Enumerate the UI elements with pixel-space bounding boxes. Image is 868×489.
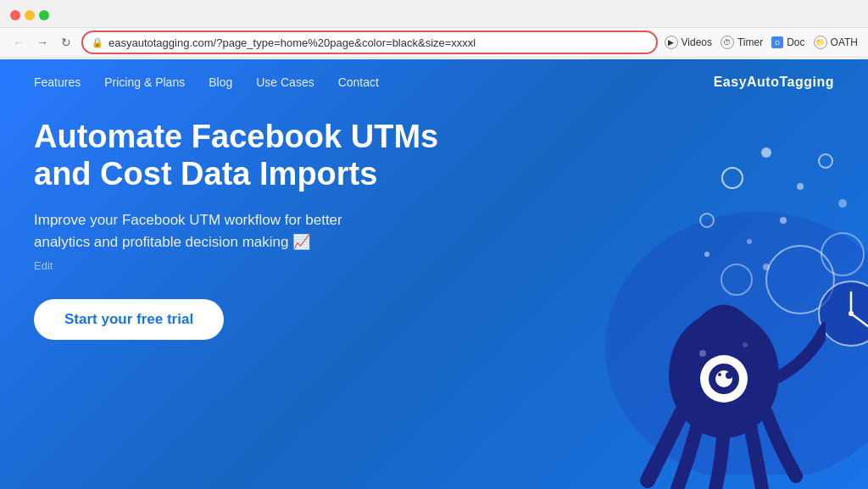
svg-point-19	[700, 355, 748, 403]
svg-point-18	[669, 311, 779, 438]
timer-label: Timer	[737, 36, 763, 48]
svg-point-23	[718, 373, 721, 376]
svg-point-3	[797, 183, 804, 190]
oath-label: OATH	[831, 36, 858, 48]
doc-icon: D	[771, 36, 783, 48]
svg-point-22	[726, 372, 732, 379]
svg-point-21	[715, 370, 732, 387]
forward-button[interactable]: →	[34, 34, 51, 51]
svg-point-15	[849, 311, 854, 316]
nav-features[interactable]: Features	[34, 75, 81, 89]
nav-blog[interactable]: Blog	[209, 75, 232, 89]
svg-point-25	[743, 342, 748, 347]
reload-button[interactable]: ↻	[58, 34, 75, 51]
site-nav: Features Pricing & Plans Blog Use Cases …	[0, 59, 868, 102]
title-bar	[0, 0, 868, 27]
back-button[interactable]: ←	[10, 34, 27, 51]
svg-line-14	[851, 314, 868, 326]
folder-icon: 📁	[814, 36, 827, 49]
maximize-button[interactable]	[39, 10, 49, 20]
doc-label: Doc	[787, 36, 804, 48]
nav-contact[interactable]: Contact	[338, 75, 379, 89]
svg-point-10	[821, 233, 864, 275]
svg-point-6	[780, 217, 787, 224]
nav-use-cases[interactable]: Use Cases	[256, 75, 314, 89]
query-string: ?page_type=home%20page&color=black&size=…	[216, 36, 476, 49]
timer-icon: ⏱	[721, 36, 734, 49]
bookmark-right-items: ▶ Videos ⏱ Timer D Doc 📁 OATH	[665, 36, 859, 49]
svg-point-9	[766, 246, 834, 314]
base-url: easyautotagging.com/	[108, 36, 216, 49]
nav-pricing[interactable]: Pricing & Plans	[104, 75, 185, 89]
svg-point-17	[763, 264, 770, 270]
svg-point-5	[838, 199, 847, 208]
window-controls	[10, 10, 49, 20]
svg-point-8	[747, 239, 752, 244]
edit-link[interactable]: Edit	[34, 259, 492, 272]
nav-links: Features Pricing & Plans Blog Use Cases …	[34, 75, 379, 89]
svg-point-4	[819, 154, 832, 168]
background-decoration	[487, 110, 868, 475]
lock-icon: 🔒	[92, 37, 103, 48]
svg-point-20	[709, 364, 739, 394]
videos-icon: ▶	[665, 36, 678, 49]
timer-bookmark[interactable]: ⏱ Timer	[721, 36, 763, 49]
minimize-button[interactable]	[25, 10, 35, 20]
website: Features Pricing & Plans Blog Use Cases …	[0, 59, 868, 489]
svg-point-2	[761, 147, 771, 158]
videos-label: Videos	[682, 36, 712, 48]
svg-point-16	[704, 252, 709, 257]
hero-subtitle: Improve your Facebook UTM workflow for b…	[34, 209, 390, 253]
close-button[interactable]	[10, 10, 20, 20]
svg-point-11	[721, 264, 752, 295]
svg-point-12	[819, 281, 868, 346]
svg-point-24	[699, 350, 706, 357]
site-logo: EasyAutoTagging	[714, 75, 834, 90]
cta-button[interactable]: Start your free trial	[34, 299, 224, 340]
toolbar: ← → ↻ 🔒 easyautotagging.com/?page_type=h…	[0, 27, 868, 58]
svg-point-7	[700, 214, 714, 227]
videos-bookmark[interactable]: ▶ Videos	[665, 36, 712, 49]
address-bar-container[interactable]: 🔒 easyautotagging.com/?page_type=home%20…	[81, 31, 658, 54]
squid-illustration	[631, 243, 826, 489]
oath-bookmark[interactable]: 📁 OATH	[814, 36, 858, 49]
address-bar[interactable]: easyautotagging.com/?page_type=home%20pa…	[108, 36, 648, 49]
svg-point-0	[605, 212, 868, 475]
doc-bookmark[interactable]: D Doc	[771, 36, 804, 48]
browser-chrome: ← → ↻ 🔒 easyautotagging.com/?page_type=h…	[0, 0, 868, 59]
hero-title: Automate Facebook UTMs and Cost Data Imp…	[34, 119, 492, 192]
svg-point-1	[722, 168, 743, 188]
hero-section: Automate Facebook UTMs and Cost Data Imp…	[0, 102, 526, 340]
